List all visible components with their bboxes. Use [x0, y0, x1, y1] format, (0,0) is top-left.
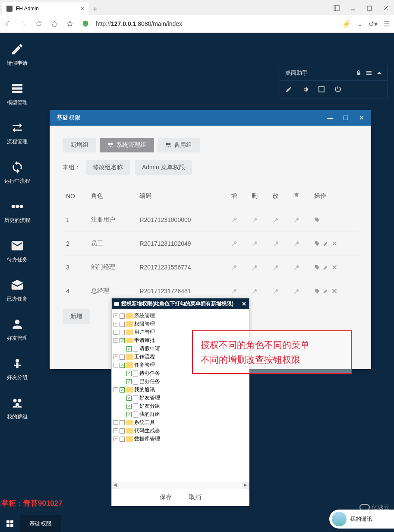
tree-node[interactable]: -✓我的通讯 [113, 386, 247, 394]
perm-edit-icon[interactable] [269, 232, 290, 256]
tree-save-button[interactable]: 保存 [160, 494, 172, 501]
power-icon[interactable] [334, 86, 341, 93]
close-tree-icon[interactable]: ✕ [242, 301, 246, 307]
tree-toggle-icon[interactable]: + [113, 355, 118, 359]
checkbox[interactable] [120, 314, 125, 319]
perm-edit-icon[interactable] [269, 279, 290, 303]
tree-node[interactable]: ✓已办任务 [113, 377, 247, 386]
tree-toggle-icon[interactable]: + [113, 428, 118, 433]
perm-del-icon[interactable] [248, 256, 269, 279]
url-input[interactable]: http://127.0.0.1:8080/main/index [96, 20, 335, 27]
perm-del-icon[interactable] [248, 208, 269, 232]
op-cell[interactable] [311, 232, 358, 256]
sidebar-item-done-tasks[interactable]: 已办任务 [0, 275, 35, 306]
gear-icon[interactable] [302, 86, 309, 93]
tree-node[interactable]: ✓好友管理 [113, 394, 247, 402]
tab-system-group[interactable]: 系统管理组 [100, 138, 154, 152]
back-icon[interactable] [4, 20, 13, 27]
tree-toggle-icon[interactable]: + [113, 420, 118, 425]
checkbox[interactable] [120, 355, 125, 360]
tree-hscroll[interactable]: ◀▶ [112, 482, 249, 489]
tree-node[interactable]: +权限管理 [113, 320, 247, 328]
maximize-icon[interactable] [361, 1, 378, 15]
op-cell[interactable] [311, 256, 358, 279]
tree-cancel-button[interactable]: 取消 [189, 494, 201, 501]
checkbox[interactable] [120, 322, 125, 327]
tree-toggle-icon[interactable]: + [113, 437, 118, 441]
taskbar-item[interactable]: 基础权限 [20, 515, 61, 532]
minimize-icon[interactable] [345, 1, 361, 15]
tree-node[interactable]: ✓我的群组 [113, 410, 247, 418]
tree-toggle-icon[interactable]: - [113, 363, 118, 367]
tree-toggle-icon[interactable]: + [113, 322, 118, 326]
chevron-down-icon[interactable]: ⌄ [357, 20, 362, 28]
browser-tab[interactable]: FH Admin × [2, 2, 88, 15]
modal-minimize-icon[interactable]: — [327, 114, 333, 121]
perm-view-icon[interactable] [290, 279, 311, 303]
close-window-icon[interactable] [378, 1, 394, 15]
sidebar-item-todo-tasks[interactable]: 待办任务 [0, 235, 35, 267]
floating-widget[interactable]: 我的谨讯 [329, 510, 394, 529]
chevron-up-icon[interactable] [377, 70, 382, 76]
tree-toggle-icon[interactable]: + [113, 314, 118, 318]
checkbox-checked[interactable]: ✓ [126, 412, 132, 417]
tree-node[interactable]: ✓好友分组 [113, 402, 247, 410]
tree-toggle-icon[interactable]: - [113, 387, 118, 392]
square-icon[interactable] [318, 86, 325, 93]
tree-toggle-icon[interactable]: - [113, 338, 118, 343]
sidebar-item-flow-mgmt[interactable]: 流程管理 [0, 117, 35, 149]
tree-node[interactable]: +代码生成器 [113, 427, 247, 435]
checkbox-checked[interactable]: ✓ [126, 346, 132, 352]
perm-edit-icon[interactable] [269, 256, 290, 279]
edit-icon[interactable] [285, 86, 292, 93]
checkbox-checked[interactable]: ✓ [126, 396, 132, 401]
menu-icon[interactable]: ☰ [384, 20, 390, 28]
perm-view-icon[interactable] [290, 208, 311, 232]
modal-maximize-icon[interactable]: ☐ [343, 114, 349, 121]
perm-del-icon[interactable] [248, 279, 269, 303]
tree-node[interactable]: +数据库管理 [113, 435, 247, 443]
checkbox-checked[interactable]: ✓ [120, 363, 125, 368]
forward-icon[interactable] [20, 20, 28, 27]
perm-del-icon[interactable] [248, 232, 269, 256]
rename-group-button[interactable]: 修改组名称 [86, 160, 130, 175]
perm-add-icon[interactable] [227, 232, 248, 256]
checkbox[interactable] [120, 330, 125, 335]
sidebar-item-my-groups[interactable]: 我的群组 [0, 393, 35, 424]
home-icon[interactable] [51, 20, 60, 27]
close-tab-icon[interactable]: × [81, 5, 84, 12]
list-icon[interactable] [366, 70, 372, 76]
checkbox-checked[interactable]: ✓ [126, 371, 132, 376]
sidebar-item-history-flow[interactable]: 历史的流程 [0, 196, 35, 228]
sidebar-item-friend-mgmt[interactable]: 好友管理 [0, 314, 35, 345]
tree-node[interactable]: +系统管理 [113, 312, 247, 320]
op-cell[interactable] [311, 208, 358, 232]
perm-view-icon[interactable] [290, 256, 311, 279]
refresh-icon[interactable] [35, 20, 44, 27]
sidebar-item-running-flow[interactable]: 运行中流程 [0, 157, 35, 188]
tab-spare-group[interactable]: 备用组 [158, 138, 200, 152]
sidebar-toggle-icon[interactable] [328, 1, 345, 15]
checkbox-checked[interactable]: ✓ [120, 387, 125, 393]
perm-add-icon[interactable] [227, 256, 248, 279]
checkbox-checked[interactable]: ✓ [126, 404, 132, 409]
checkbox-checked[interactable]: ✓ [126, 379, 132, 384]
checkbox[interactable] [120, 420, 125, 425]
new-group-button[interactable]: 新增组 [63, 138, 96, 152]
lock-icon[interactable] [356, 70, 361, 76]
bolt-icon[interactable]: ⚡ [342, 20, 351, 28]
op-cell[interactable] [311, 279, 358, 303]
sidebar-item-model-mgmt[interactable]: 模型管理 [0, 78, 35, 110]
sidebar-item-leave-request[interactable]: 请假申请 [0, 39, 35, 70]
perm-add-icon[interactable] [227, 208, 248, 232]
checkbox[interactable] [120, 428, 125, 434]
tree-toggle-icon[interactable]: + [113, 330, 118, 335]
checkbox-checked[interactable]: ✓ [120, 338, 125, 343]
perm-view-icon[interactable] [290, 232, 311, 256]
tree-node[interactable]: +系统工具 [113, 418, 247, 427]
sidebar-item-friend-group[interactable]: 好友分组 [0, 353, 35, 385]
undo-icon[interactable]: ↺▾ [369, 20, 378, 28]
modal-close-icon[interactable]: ✕ [359, 114, 364, 121]
star-icon[interactable] [66, 20, 75, 27]
add-role-button[interactable]: 新增 [63, 309, 90, 324]
